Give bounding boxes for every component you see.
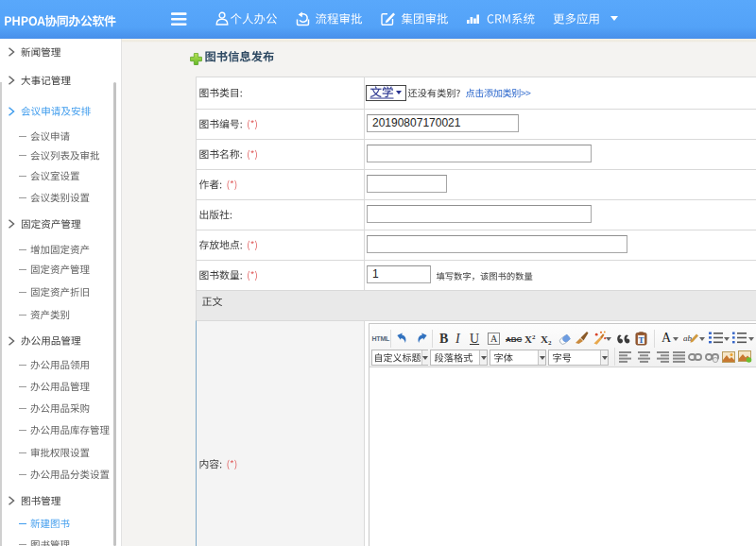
svg-text:T: T: [638, 335, 644, 345]
